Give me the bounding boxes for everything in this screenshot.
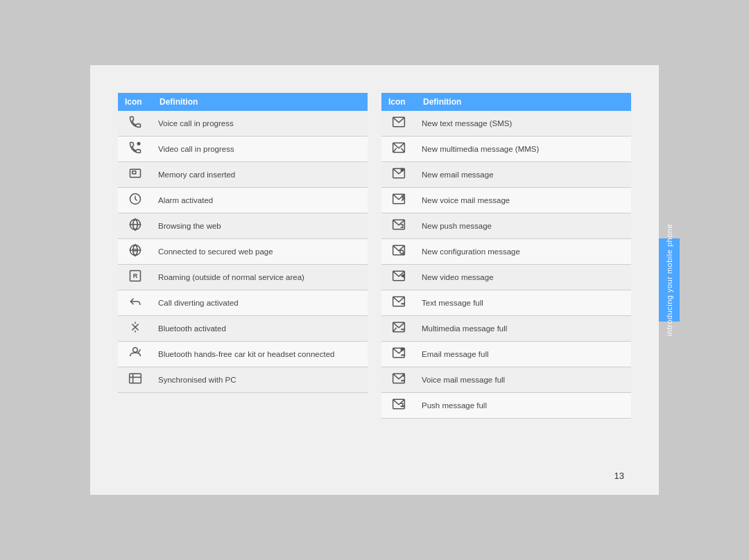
left-header-def: Definition	[153, 93, 368, 111]
row-def: Connected to secured web page	[153, 239, 368, 265]
row-def: Browsing the web	[153, 213, 368, 239]
icon-cell	[118, 342, 153, 367]
page-number: 13	[614, 471, 624, 481]
row-def: New multimedia message (MMS)	[416, 137, 631, 162]
right-header-icon: Icon	[381, 93, 416, 111]
table-row: Call diverting activated	[118, 290, 368, 316]
right-header-def: Definition	[416, 93, 631, 111]
svg-rect-12	[130, 374, 141, 383]
icon-cell	[118, 213, 153, 239]
icon-cell	[381, 265, 416, 290]
icon-cell: R	[118, 265, 153, 290]
side-tab-text: introducing your mobile phone	[665, 224, 673, 336]
row-def: Voice call in progress	[153, 111, 368, 137]
svg-text:R: R	[133, 272, 138, 279]
icon-cell	[381, 290, 416, 316]
svg-line-18	[401, 148, 404, 152]
table-row: Multimedia message full	[381, 316, 631, 342]
row-def: New video message	[416, 265, 631, 290]
table-row: New video message	[381, 265, 631, 290]
svg-rect-2	[132, 171, 136, 174]
table-row: Browsing the web	[118, 213, 368, 239]
row-def: Email message full	[416, 342, 631, 367]
row-def: Roaming (outside of normal service area)	[153, 265, 368, 290]
icon-cell	[118, 137, 153, 162]
row-def: Push message full	[416, 393, 631, 419]
svg-point-34	[401, 348, 404, 351]
table-row: Memory card inserted	[118, 162, 368, 188]
row-def: New email message	[416, 162, 631, 188]
row-def: Video call in progress	[153, 137, 368, 162]
icon-cell	[118, 367, 153, 393]
left-table: Icon Definition Voice call in progress	[118, 93, 368, 393]
table-row: New email message	[381, 162, 631, 188]
icon-cell	[118, 111, 153, 137]
row-def: Bluetooth activated	[153, 316, 368, 342]
main-page: Icon Definition Voice call in progress	[90, 65, 659, 495]
svg-rect-8	[134, 249, 137, 252]
table-row: Alarm activated	[118, 188, 368, 213]
icon-cell	[381, 213, 416, 239]
table-row: New text message (SMS)	[381, 111, 631, 137]
icon-cell	[118, 162, 153, 188]
table-row: New voice mail message	[381, 188, 631, 213]
icon-cell	[381, 188, 416, 213]
row-def: New voice mail message	[416, 188, 631, 213]
icon-cell	[381, 162, 416, 188]
row-def: Call diverting activated	[153, 290, 368, 316]
icon-cell	[118, 290, 153, 316]
table-row: Text message full	[381, 290, 631, 316]
row-def: Multimedia message full	[416, 316, 631, 342]
row-def: Bluetooth hands-free car kit or headset …	[153, 342, 368, 367]
table-row: Video call in progress	[118, 137, 368, 162]
row-def: Alarm activated	[153, 188, 368, 213]
table-row: Synchronised with PC	[118, 367, 368, 393]
table-row: Voice mail message full	[381, 367, 631, 393]
icon-cell	[381, 111, 416, 137]
side-tab: introducing your mobile phone	[659, 238, 680, 322]
row-def: Synchronised with PC	[153, 367, 368, 393]
table-row: New push message	[381, 213, 631, 239]
tables-container: Icon Definition Voice call in progress	[118, 93, 631, 474]
right-table-wrapper: Icon Definition New text message (SMS)	[381, 93, 631, 474]
table-row: Email message full	[381, 342, 631, 367]
row-def: Voice mail message full	[416, 367, 631, 393]
svg-point-20	[401, 168, 404, 172]
row-def: New text message (SMS)	[416, 111, 631, 137]
row-def: New push message	[416, 213, 631, 239]
icon-cell	[381, 342, 416, 367]
row-def: Text message full	[416, 290, 631, 316]
table-row: Push message full	[381, 393, 631, 419]
svg-point-0	[137, 142, 141, 146]
icon-cell	[118, 239, 153, 265]
table-row: New configuration message	[381, 239, 631, 265]
icon-cell	[381, 137, 416, 162]
left-header-icon: Icon	[118, 93, 153, 111]
svg-point-11	[133, 348, 138, 353]
table-row: New multimedia message (MMS)	[381, 137, 631, 162]
svg-line-17	[393, 148, 397, 152]
svg-line-31	[393, 328, 397, 332]
table-row: Connected to secured web page	[118, 239, 368, 265]
table-row: Bluetooth hands-free car kit or headset …	[118, 342, 368, 367]
left-table-wrapper: Icon Definition Voice call in progress	[118, 93, 368, 474]
table-row: R Roaming (outside of normal service are…	[118, 265, 368, 290]
icon-cell	[118, 188, 153, 213]
icon-cell	[381, 367, 416, 393]
row-def: Memory card inserted	[153, 162, 368, 188]
right-table: Icon Definition New text message (SMS)	[381, 93, 631, 419]
table-row: Bluetooth activated	[118, 316, 368, 342]
icon-cell	[381, 393, 416, 419]
icon-cell	[381, 239, 416, 265]
icon-cell	[381, 316, 416, 342]
table-row: Voice call in progress	[118, 111, 368, 137]
row-def: New configuration message	[416, 239, 631, 265]
icon-cell	[118, 316, 153, 342]
